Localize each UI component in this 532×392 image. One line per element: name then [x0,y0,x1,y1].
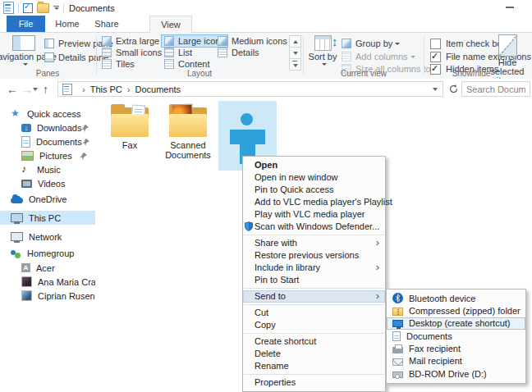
sidebar-item-documents[interactable]: Documents [0,134,95,148]
location-icon [62,84,72,95]
navigation-pane-icon [12,35,35,51]
address-bar: ← → ↑ This PC Documents [0,79,532,101]
more-dash-icon [292,61,297,62]
menu-item-play-with-vlc[interactable]: Play with VLC media player [243,208,385,221]
sidebar-item-videos[interactable]: Videos [0,176,95,190]
menu-item-share-with[interactable]: Share with [243,237,385,249]
send-to-submenu: Bluetooth device Compressed (zipped) fol… [386,289,526,384]
sidebar-item-this-pc[interactable]: This PC [0,211,95,225]
sidebar-item-acer[interactable]: Acer [0,261,95,275]
dropdown-caret-icon [395,43,400,45]
menu-item-scan-with-windows-defender[interactable]: Scan with Windows Defender... [243,221,385,233]
submenu-item-bluetooth-device[interactable]: Bluetooth device [387,292,525,304]
layout-list[interactable]: List [162,47,195,58]
submenu-item-documents[interactable]: Documents [387,330,525,342]
menu-item-include-in-library[interactable]: Include in library [243,262,385,274]
current-view-group-label: Current view [332,69,395,78]
menu-item-rename[interactable]: Rename [243,360,385,372]
submenu-item-mail-recipient[interactable]: Mail recipient [387,355,525,367]
layout-content[interactable]: Content [162,58,213,70]
folder-fax[interactable]: Fax [103,104,156,150]
breadcrumb-this-pc[interactable]: This PC [90,84,122,94]
layout-small-icons[interactable]: Small icons [99,47,164,58]
layout-scroll-down-button[interactable] [289,47,301,59]
submenu-item-bd-rom-drive[interactable]: BD-ROM Drive (D:) [387,367,525,380]
layout-scroll-up-button[interactable] [289,35,301,48]
menu-item-create-shortcut[interactable]: Create shortcut [243,335,385,348]
sidebar-item-music[interactable]: Music [0,162,95,176]
tab-file[interactable]: File [7,16,45,32]
details-pane-icon [44,52,54,62]
acer-avatar-icon [21,263,30,272]
sidebar-item-onedrive[interactable]: OneDrive [0,192,95,206]
menu-item-delete[interactable]: Delete [243,348,385,360]
folder-icon [169,104,207,137]
refresh-button[interactable] [448,84,459,94]
tab-share[interactable]: Share [89,16,125,32]
submenu-item-fax-recipient[interactable]: Fax recipient [387,343,525,355]
history-caret-icon[interactable] [33,88,38,91]
search-input[interactable] [462,82,530,96]
up-caret-icon [293,40,298,43]
navigation-pane-button[interactable]: Navigation pane [5,35,43,66]
layout-tiles[interactable]: Tiles [99,58,137,70]
hide-selected-items-icon [498,34,517,57]
layout-more-button[interactable] [289,58,301,71]
folder-scanned-documents[interactable]: Scanned Documents [162,104,214,160]
tab-home[interactable]: Home [51,16,84,32]
group-separator [303,35,304,75]
large-icons-icon [164,36,174,46]
tab-view[interactable]: View [149,16,192,33]
minimize-button[interactable] [506,7,514,8]
breadcrumb[interactable]: This PC Documents [57,81,443,97]
folder-label: Scanned Documents [162,140,214,160]
sidebar-item-pictures[interactable]: Pictures [0,148,95,162]
down-caret-icon [293,52,298,55]
sidebar-item-ana-maria-crainic[interactable]: Ana Maria Crainic [0,275,95,289]
layout-medium-icons[interactable]: Medium icons [215,35,290,47]
new-folder-qat-icon[interactable] [37,3,49,13]
search-box[interactable] [461,81,530,97]
menu-item-pin-to-start[interactable]: Pin to Start [243,274,385,286]
explorer-window-icon [3,2,14,14]
menu-item-open[interactable]: Open [243,159,385,171]
menu-separator [244,304,384,305]
submenu-item-desktop-create-shortcut[interactable]: Desktop (create shortcut) [387,317,525,330]
sidebar-item-homegroup[interactable]: Homegroup [0,246,95,260]
menu-item-properties[interactable]: Properties [243,376,385,389]
menu-item-pin-to-quick-access[interactable]: Pin to Quick access [243,184,385,196]
ribbon: Navigation pane Preview pane Details pan… [0,32,532,80]
list-icon [164,48,174,57]
customize-qat-caret-icon[interactable] [53,6,59,10]
back-button[interactable]: ← [7,82,18,97]
dropdown-caret-icon [23,63,28,66]
menu-item-copy[interactable]: Copy [243,319,385,331]
submenu-item-compressed-folder[interactable]: Compressed (zipped) folder [387,304,525,317]
sidebar-item-ciprian-rusen[interactable]: Ciprian Rusen [0,289,95,303]
documents-icon [392,331,401,341]
breadcrumb-documents[interactable]: Documents [135,84,181,94]
menu-item-send-to[interactable]: Send to [243,290,385,303]
user-avatar-icon [21,290,32,301]
address-dropdown-caret-icon[interactable] [433,88,438,91]
sidebar-item-downloads[interactable]: Downloads [0,121,95,134]
user-avatar-icon [21,276,32,287]
bluetooth-icon [392,293,403,303]
downloads-icon [21,124,31,132]
menu-item-restore-previous-versions[interactable]: Restore previous versions [243,249,385,262]
dropdown-caret-icon [410,56,415,58]
menu-item-open-in-new-window[interactable]: Open in new window [243,171,385,184]
up-button[interactable]: ↑ [43,82,48,97]
layout-details[interactable]: Details [215,47,262,58]
sort-by-button[interactable]: Sort by [309,35,337,66]
folder-icon [111,104,149,137]
menu-item-add-to-vlc-playlist[interactable]: Add to VLC media player's Playlist [243,196,385,208]
submenu-arrow-icon [376,262,379,274]
sidebar-item-network[interactable]: Network [0,230,95,244]
properties-qat-icon[interactable] [23,3,33,13]
desktop-icon [392,320,403,327]
sidebar-item-quick-access[interactable]: Quick access [0,107,95,121]
menu-separator [244,288,384,289]
group-by-button[interactable]: Group by [342,38,400,49]
menu-item-cut[interactable]: Cut [243,307,385,319]
